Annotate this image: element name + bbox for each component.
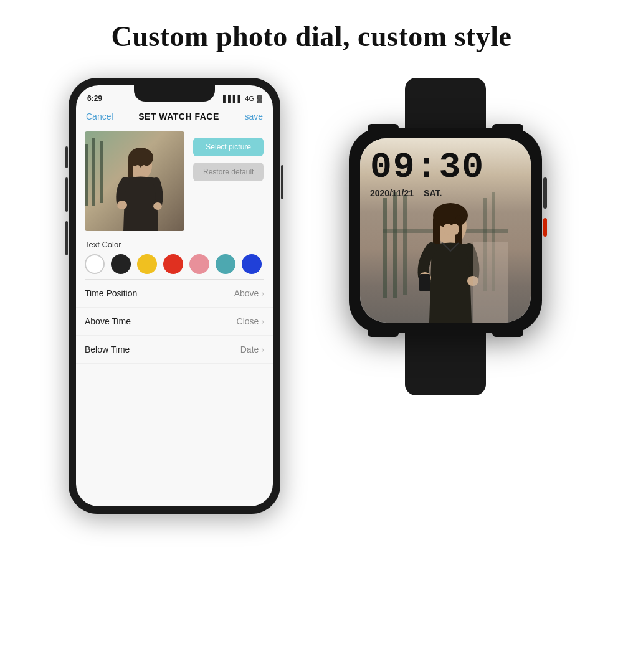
photo-section: Select picture Restore default	[76, 125, 273, 237]
watch-screen: 09:30 2020/11/21 SAT.	[360, 138, 531, 323]
app-header: Cancel SET WATCH FACE save	[76, 108, 273, 125]
watch-lug-bl	[368, 328, 399, 337]
watch-date-display: 2020/11/21 SAT.	[370, 188, 521, 198]
battery-icon: ▓	[257, 95, 262, 102]
color-section: Text Color	[76, 237, 273, 279]
cancel-button[interactable]: Cancel	[86, 111, 113, 121]
watch-day: SAT.	[424, 188, 442, 198]
settings-row-time-position[interactable]: Time Position Above ›	[76, 280, 273, 308]
svg-point-7	[117, 201, 127, 209]
watch-lug-tr	[492, 124, 523, 133]
time-position-value: Above ›	[234, 288, 264, 298]
svg-rect-12	[393, 192, 397, 298]
below-time-label: Below Time	[85, 344, 130, 354]
phone-power-button	[281, 165, 283, 199]
phone-body: 6:29 ▌▌▌▌ 4G ▓ Cancel SET WATCH FACE sav…	[69, 78, 280, 514]
color-swatch-blue[interactable]	[242, 254, 262, 274]
svg-point-10	[141, 165, 147, 173]
color-swatch-white[interactable]	[85, 254, 105, 274]
chevron-right-icon-3: ›	[261, 344, 264, 354]
above-time-label: Above Time	[85, 316, 131, 326]
settings-row-below-time[interactable]: Below Time Date ›	[76, 336, 273, 364]
settings-row-above-time[interactable]: Above Time Close ›	[76, 308, 273, 336]
photo-buttons: Select picture Restore default	[193, 131, 264, 181]
color-swatch-pink[interactable]	[189, 254, 209, 274]
watch-lug-tl	[368, 124, 399, 133]
network-label: 4G	[245, 95, 254, 102]
text-color-label: Text Color	[85, 240, 264, 249]
svg-rect-1	[85, 144, 88, 206]
watch-lug-br	[492, 328, 523, 337]
phone-screen: 6:29 ▌▌▌▌ 4G ▓ Cancel SET WATCH FACE sav…	[76, 85, 273, 506]
photo-preview-image	[85, 131, 184, 231]
watch-strap-top	[405, 78, 486, 128]
time-position-label: Time Position	[85, 288, 137, 298]
watch-face-person	[383, 179, 508, 323]
watch-button-red	[543, 218, 547, 237]
color-swatch-teal[interactable]	[216, 254, 235, 274]
svg-point-9	[135, 165, 141, 173]
chevron-right-icon: ›	[261, 288, 264, 298]
below-time-value: Date ›	[240, 344, 264, 354]
svg-rect-11	[383, 198, 387, 298]
content-area: 6:29 ▌▌▌▌ 4G ▓ Cancel SET WATCH FACE sav…	[0, 78, 623, 514]
color-swatch-yellow[interactable]	[137, 254, 157, 274]
photo-preview	[85, 131, 184, 231]
svg-rect-6	[128, 158, 133, 179]
watch-time-display: 09:30	[370, 149, 521, 186]
phone-mute-button	[65, 146, 68, 168]
color-swatch-black[interactable]	[111, 254, 131, 274]
watch-button-top	[543, 177, 547, 209]
watch-time-overlay: 09:30 2020/11/21 SAT.	[360, 138, 531, 198]
svg-rect-23	[419, 274, 430, 291]
watch-date: 2020/11/21	[370, 188, 414, 198]
phone-volume-up-button	[65, 177, 68, 212]
page-title: Custom photo dial, custom style	[0, 0, 623, 53]
color-swatches	[85, 254, 264, 274]
above-time-value: Close ›	[237, 316, 264, 326]
signal-icon: ▌▌▌▌	[223, 95, 242, 102]
phone-mockup: 6:29 ▌▌▌▌ 4G ▓ Cancel SET WATCH FACE sav…	[59, 78, 290, 514]
select-picture-button[interactable]: Select picture	[193, 138, 264, 156]
watch-body: 09:30 2020/11/21 SAT.	[349, 128, 542, 333]
svg-point-25	[450, 224, 459, 235]
svg-rect-2	[92, 138, 95, 206]
restore-default-button[interactable]: Restore default	[193, 163, 264, 181]
color-swatch-red[interactable]	[163, 254, 183, 274]
svg-point-8	[153, 202, 162, 210]
phone-notch	[134, 85, 215, 102]
watch-mockup: 09:30 2020/11/21 SAT.	[327, 78, 564, 395]
svg-rect-13	[403, 195, 407, 295]
svg-rect-3	[100, 141, 103, 203]
phone-volume-down-button	[65, 221, 68, 255]
app-header-title: SET WATCH FACE	[138, 111, 219, 121]
watch-strap-bottom	[405, 333, 486, 395]
svg-rect-26	[473, 242, 508, 323]
status-time: 6:29	[87, 94, 102, 103]
chevron-right-icon-2: ›	[261, 316, 264, 326]
status-icons: ▌▌▌▌ 4G ▓	[223, 95, 262, 102]
save-button[interactable]: save	[244, 111, 263, 121]
